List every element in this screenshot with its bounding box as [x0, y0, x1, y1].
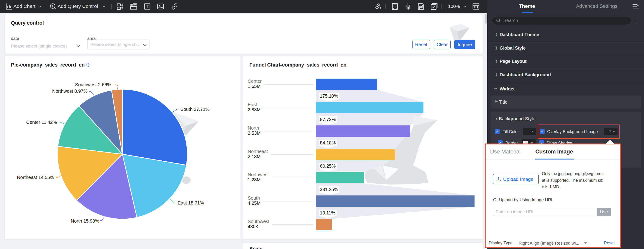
- svg-text:430K: 430K: [248, 224, 258, 229]
- svg-text:Southwest 2.66%: Southwest 2.66%: [75, 82, 111, 87]
- svg-text:Northeast: Northeast: [248, 149, 268, 154]
- svg-text:2.53M: 2.53M: [248, 131, 261, 136]
- svg-text:North: North: [248, 125, 259, 131]
- svg-text:Northwest 8.97%: Northwest 8.97%: [52, 89, 88, 94]
- svg-text:North 15.98%: North 15.98%: [71, 218, 99, 224]
- svg-text:Center 11.42%: Center 11.42%: [26, 120, 57, 125]
- svg-text:2.13M: 2.13M: [248, 154, 261, 159]
- svg-text:East 18.71%: East 18.71%: [178, 200, 204, 205]
- svg-text:4.25M: 4.25M: [248, 201, 261, 206]
- svg-text:175.10%: 175.10%: [320, 93, 338, 99]
- svg-text:South 27.71%: South 27.71%: [180, 107, 210, 112]
- svg-text:Northeast 14.55%: Northeast 14.55%: [17, 175, 54, 180]
- svg-text:South: South: [248, 196, 260, 201]
- svg-text:1.65M: 1.65M: [248, 84, 261, 89]
- svg-text:60.25%: 60.25%: [320, 163, 336, 169]
- svg-text:Center: Center: [248, 79, 262, 84]
- svg-text:Northwest: Northwest: [248, 172, 268, 177]
- svg-text:10.11%: 10.11%: [320, 210, 336, 215]
- svg-text:1.28M: 1.28M: [248, 177, 261, 182]
- svg-text:331.25%: 331.25%: [320, 187, 338, 192]
- svg-text:84.18%: 84.18%: [320, 140, 336, 145]
- svg-text:Southwest: Southwest: [248, 219, 270, 224]
- svg-text:87.72%: 87.72%: [320, 117, 336, 122]
- svg-text:2.88M: 2.88M: [248, 107, 261, 112]
- svg-text:East: East: [248, 102, 257, 107]
